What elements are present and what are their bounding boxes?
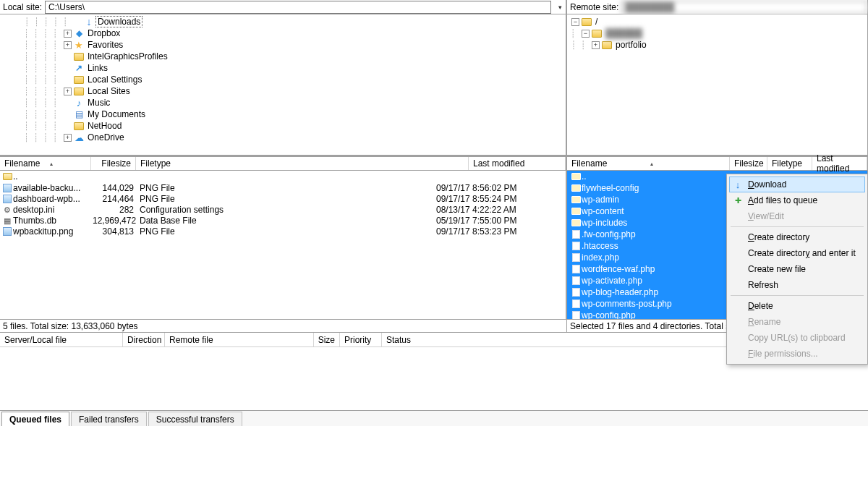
col-r-filename[interactable]: Filename ▴ [567, 157, 730, 170]
file-icon [570, 242, 582, 250]
file-row[interactable]: wpbackitup.png304,813PNG File09/17/17 8:… [0, 226, 566, 237]
menu-item: View/Edit [729, 208, 865, 224]
local-site-dropdown-icon[interactable]: ▾ [554, 1, 566, 14]
tree-item[interactable]: ┊ ┊ ┊ ┊ +Favorites [0, 39, 566, 51]
file-name: .. [13, 171, 93, 182]
col-direction[interactable]: Direction [123, 333, 165, 346]
collapse-icon[interactable]: − [571, 18, 579, 26]
music-icon [73, 98, 85, 108]
col-priority[interactable]: Priority [340, 333, 382, 346]
remote-file-name: wp-activate.php [582, 276, 723, 286]
tree-item[interactable]: ┊ ┊ ┊ ┊ My Documents [0, 109, 566, 120]
remote-site-path-input[interactable] [621, 1, 867, 14]
image-file-icon [1, 184, 13, 192]
file-name: wpbackitup.png [13, 226, 93, 237]
file-icon [570, 299, 582, 308]
expand-icon[interactable]: + [64, 134, 72, 142]
menu-item[interactable]: Add files to queue [729, 192, 865, 208]
menu-item: Copy URL(s) to clipboard [729, 330, 865, 346]
col-r-filesize[interactable]: Filesize [730, 157, 767, 170]
expand-icon[interactable]: + [592, 41, 600, 49]
expand-icon[interactable]: + [64, 30, 72, 38]
tab-successful-transfers[interactable]: Successful transfers [148, 412, 242, 426]
remote-file-name: index.php [582, 252, 723, 263]
col-r-filetype[interactable]: Filetype [767, 157, 812, 170]
file-name: available-backu... [13, 183, 93, 193]
file-row[interactable]: Thumbs.db12,969,472Data Base File05/19/1… [0, 215, 566, 226]
settings-file-icon [1, 205, 13, 215]
tab-queued-files[interactable]: Queued files [1, 412, 69, 426]
file-type: Configuration settings [140, 205, 436, 215]
remote-site-label: Remote site: [570, 2, 618, 12]
col-size[interactable]: Size [314, 333, 340, 346]
menu-item[interactable]: Create directory and enter it [729, 245, 865, 261]
tree-item[interactable]: ┊ ┊ ┊ ┊ ┊ Downloads [0, 16, 566, 27]
menu-item: Rename [729, 314, 865, 330]
remote-file-name: wp-config.php [582, 310, 723, 319]
tree-item-label: Favorites [86, 40, 124, 50]
expand-icon[interactable]: + [64, 88, 72, 95]
top-panes: Local site: ▾ ┊ ┊ ┊ ┊ ┊ Downloads┊ ┊ ┊ ┊… [0, 0, 868, 156]
col-r-lastmodified[interactable]: Last modified [812, 157, 867, 170]
tree-item[interactable]: ┊ ┊ ┊ ┊ +OneDrive [0, 132, 566, 143]
tree-item[interactable]: ┊ ┊ ┊ ┊ Local Settings [0, 74, 566, 85]
sort-asc-icon: ▴ [50, 161, 53, 167]
menu-item-label: Create new file [748, 264, 806, 274]
tree-item[interactable]: ┊ ┊ ┊ ┊ Links [0, 62, 566, 74]
link-icon [73, 63, 85, 73]
tree-item[interactable]: ┊ ┊ ┊ ┊ +Local Sites [0, 85, 566, 97]
local-files-body[interactable]: ..available-backu...144,029PNG File09/17… [0, 171, 566, 319]
col-remote-file[interactable]: Remote file [165, 333, 314, 346]
local-site-path-input[interactable] [45, 1, 551, 14]
remote-file-name: wp-blog-header.php [582, 287, 723, 297]
tree-item[interactable]: −/ [567, 16, 867, 27]
remote-file-name: wp-comments-post.php [582, 299, 723, 309]
no-expander [64, 122, 72, 130]
col-filetype[interactable]: Filetype [136, 157, 469, 170]
menu-item[interactable]: Create directory [729, 229, 865, 245]
no-expander [74, 18, 82, 26]
collapse-icon[interactable]: − [582, 30, 590, 38]
tree-item-label: Dropbox [86, 28, 122, 38]
expand-icon[interactable]: + [64, 41, 72, 49]
local-tree[interactable]: ┊ ┊ ┊ ┊ ┊ Downloads┊ ┊ ┊ ┊ +Dropbox┊ ┊ ┊… [0, 14, 566, 156]
file-name: Thumbs.db [13, 216, 93, 226]
folder-icon [570, 173, 582, 180]
file-icon [570, 311, 582, 319]
local-site-bar: Local site: ▾ [0, 0, 566, 14]
image-file-icon [1, 195, 13, 203]
col-filename[interactable]: Filename ▴ [0, 157, 91, 170]
menu-item-label: View/Edit [748, 211, 784, 221]
menu-item[interactable]: Delete [729, 298, 865, 314]
no-expander [64, 111, 72, 119]
col-lastmodified[interactable]: Last modified [469, 157, 566, 170]
tree-item[interactable]: ┊ ┊ ┊ ┊ +Dropbox [0, 27, 566, 39]
tree-item[interactable]: ┊ ┊ +portfolio [567, 39, 867, 51]
menu-item[interactable]: Refresh [729, 277, 865, 293]
file-icon [570, 276, 582, 285]
tab-failed-transfers[interactable]: Failed transfers [71, 412, 147, 426]
tree-item[interactable]: ┊ ┊ ┊ ┊ Music [0, 97, 566, 109]
bottom-tabs: Queued files Failed transfers Successful… [0, 410, 868, 426]
file-type: PNG File [140, 226, 436, 237]
menu-item[interactable]: Create new file [729, 261, 865, 277]
file-name: dashboard-wpb... [13, 194, 93, 204]
col-filesize[interactable]: Filesize [91, 157, 136, 170]
file-row[interactable]: available-backu...144,029PNG File09/17/1… [0, 182, 566, 193]
local-columns: Filename ▴ Filesize Filetype Last modifi… [0, 156, 566, 171]
file-modified: 05/19/17 7:55:00 PM [436, 216, 566, 226]
file-row[interactable]: .. [0, 171, 566, 182]
star-icon [73, 40, 85, 50]
file-row[interactable]: desktop.ini282Configuration settings08/1… [0, 204, 566, 215]
menu-item[interactable]: Download [729, 177, 865, 192]
file-modified: 08/13/17 4:22:22 AM [436, 205, 566, 215]
file-row[interactable]: dashboard-wpb...214,464PNG File09/17/17 … [0, 193, 566, 204]
remote-tree[interactable]: −/┊ −██████┊ ┊ +portfolio [567, 14, 868, 156]
local-file-list: Filename ▴ Filesize Filetype Last modifi… [0, 156, 567, 319]
menu-item: File permissions... [729, 346, 865, 362]
tree-item[interactable]: ┊ ┊ ┊ ┊ NetHood [0, 120, 566, 132]
queue-icon [732, 196, 744, 205]
tree-item[interactable]: ┊ ┊ ┊ ┊ IntelGraphicsProfiles [0, 51, 566, 62]
col-server-local[interactable]: Server/Local file [0, 333, 123, 346]
tree-item[interactable]: ┊ −██████ [567, 27, 867, 39]
